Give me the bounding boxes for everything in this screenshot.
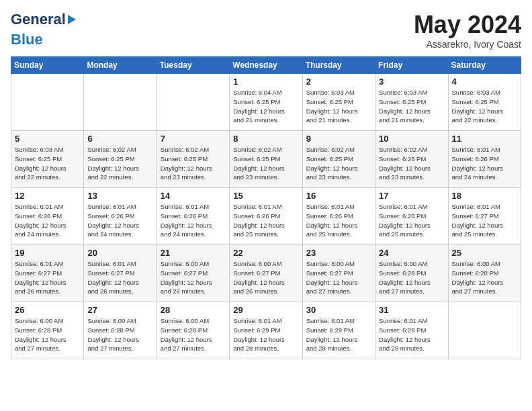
- header-day-tuesday: Tuesday: [157, 57, 229, 74]
- day-info: Sunrise: 6:04 AM Sunset: 6:25 PM Dayligh…: [233, 88, 298, 125]
- logo-general: General: [11, 11, 66, 28]
- calendar-cell: 8Sunrise: 6:02 AM Sunset: 6:25 PM Daylig…: [230, 131, 302, 188]
- title-block: May 2024 Assarekro, Ivory Coast: [414, 11, 521, 50]
- day-info: Sunrise: 6:01 AM Sunset: 6:29 PM Dayligh…: [233, 316, 298, 353]
- day-number: 24: [379, 248, 444, 258]
- day-info: Sunrise: 6:00 AM Sunset: 6:27 PM Dayligh…: [233, 259, 298, 296]
- week-row-4: 19Sunrise: 6:01 AM Sunset: 6:27 PM Dayli…: [11, 245, 521, 302]
- day-info: Sunrise: 6:00 AM Sunset: 6:28 PM Dayligh…: [15, 316, 80, 353]
- week-row-1: 1Sunrise: 6:04 AM Sunset: 6:25 PM Daylig…: [11, 74, 521, 131]
- day-info: Sunrise: 6:01 AM Sunset: 6:26 PM Dayligh…: [161, 202, 226, 239]
- day-number: 16: [306, 191, 371, 201]
- day-number: 10: [379, 134, 444, 144]
- day-info: Sunrise: 6:00 AM Sunset: 6:27 PM Dayligh…: [306, 259, 371, 296]
- header-row: SundayMondayTuesdayWednesdayThursdayFrid…: [11, 57, 521, 74]
- logo-blue: Blue: [11, 31, 43, 48]
- calendar-cell: 3Sunrise: 6:03 AM Sunset: 6:25 PM Daylig…: [375, 74, 448, 131]
- day-info: Sunrise: 6:01 AM Sunset: 6:29 PM Dayligh…: [306, 316, 371, 353]
- day-number: 31: [379, 305, 444, 315]
- day-info: Sunrise: 6:02 AM Sunset: 6:25 PM Dayligh…: [306, 145, 371, 182]
- day-number: 7: [161, 134, 226, 144]
- day-info: Sunrise: 6:00 AM Sunset: 6:28 PM Dayligh…: [452, 259, 517, 296]
- day-number: 4: [452, 77, 517, 87]
- day-number: 8: [233, 134, 298, 144]
- day-info: Sunrise: 6:01 AM Sunset: 6:26 PM Dayligh…: [379, 202, 444, 239]
- day-number: 11: [452, 134, 517, 144]
- calendar-cell: 31Sunrise: 6:01 AM Sunset: 6:29 PM Dayli…: [375, 302, 448, 359]
- day-number: 1: [233, 77, 298, 87]
- day-number: 28: [161, 305, 226, 315]
- calendar-cell: 14Sunrise: 6:01 AM Sunset: 6:26 PM Dayli…: [157, 188, 229, 245]
- calendar-cell: [448, 302, 521, 359]
- day-info: Sunrise: 6:01 AM Sunset: 6:27 PM Dayligh…: [15, 259, 80, 296]
- header-day-friday: Friday: [375, 57, 448, 74]
- day-info: Sunrise: 6:01 AM Sunset: 6:27 PM Dayligh…: [87, 259, 152, 296]
- logo: General Blue: [11, 11, 76, 48]
- day-info: Sunrise: 6:03 AM Sunset: 6:25 PM Dayligh…: [379, 88, 444, 125]
- calendar-title: May 2024: [414, 11, 521, 39]
- day-info: Sunrise: 6:01 AM Sunset: 6:27 PM Dayligh…: [452, 202, 517, 239]
- day-number: 20: [87, 248, 152, 258]
- day-number: 17: [379, 191, 444, 201]
- day-number: 23: [306, 248, 371, 258]
- calendar-table: SundayMondayTuesdayWednesdayThursdayFrid…: [11, 56, 521, 359]
- logo-arrow-icon: [68, 15, 76, 24]
- day-number: 15: [233, 191, 298, 201]
- day-number: 29: [233, 305, 298, 315]
- calendar-cell: 10Sunrise: 6:02 AM Sunset: 6:26 PM Dayli…: [375, 131, 448, 188]
- calendar-cell: 21Sunrise: 6:00 AM Sunset: 6:27 PM Dayli…: [157, 245, 229, 302]
- day-number: 26: [15, 305, 80, 315]
- calendar-cell: 4Sunrise: 6:03 AM Sunset: 6:25 PM Daylig…: [448, 74, 521, 131]
- day-info: Sunrise: 6:02 AM Sunset: 6:25 PM Dayligh…: [87, 145, 152, 182]
- calendar-cell: 27Sunrise: 6:00 AM Sunset: 6:28 PM Dayli…: [84, 302, 157, 359]
- day-info: Sunrise: 6:00 AM Sunset: 6:28 PM Dayligh…: [161, 316, 226, 353]
- day-info: Sunrise: 6:01 AM Sunset: 6:26 PM Dayligh…: [306, 202, 371, 239]
- calendar-cell: 5Sunrise: 6:03 AM Sunset: 6:25 PM Daylig…: [11, 131, 84, 188]
- day-number: 13: [87, 191, 152, 201]
- calendar-cell: 11Sunrise: 6:01 AM Sunset: 6:26 PM Dayli…: [448, 131, 521, 188]
- day-number: 18: [452, 191, 517, 201]
- day-number: 6: [87, 134, 152, 144]
- day-number: 12: [15, 191, 80, 201]
- week-row-5: 26Sunrise: 6:00 AM Sunset: 6:28 PM Dayli…: [11, 302, 521, 359]
- calendar-cell: 22Sunrise: 6:00 AM Sunset: 6:27 PM Dayli…: [230, 245, 302, 302]
- day-info: Sunrise: 6:03 AM Sunset: 6:25 PM Dayligh…: [306, 88, 371, 125]
- day-number: 5: [15, 134, 80, 144]
- calendar-body: 1Sunrise: 6:04 AM Sunset: 6:25 PM Daylig…: [11, 74, 521, 359]
- day-number: 21: [161, 248, 226, 258]
- day-info: Sunrise: 6:01 AM Sunset: 6:29 PM Dayligh…: [379, 316, 444, 353]
- day-info: Sunrise: 6:00 AM Sunset: 6:28 PM Dayligh…: [87, 316, 152, 353]
- calendar-cell: 29Sunrise: 6:01 AM Sunset: 6:29 PM Dayli…: [230, 302, 302, 359]
- day-number: 3: [379, 77, 444, 87]
- header-day-thursday: Thursday: [302, 57, 375, 74]
- week-row-3: 12Sunrise: 6:01 AM Sunset: 6:26 PM Dayli…: [11, 188, 521, 245]
- day-info: Sunrise: 6:01 AM Sunset: 6:26 PM Dayligh…: [15, 202, 80, 239]
- page-header: General Blue May 2024 Assarekro, Ivory C…: [11, 11, 521, 50]
- header-day-sunday: Sunday: [11, 57, 84, 74]
- calendar-cell: 20Sunrise: 6:01 AM Sunset: 6:27 PM Dayli…: [84, 245, 157, 302]
- calendar-cell: 15Sunrise: 6:01 AM Sunset: 6:26 PM Dayli…: [230, 188, 302, 245]
- calendar-cell: 30Sunrise: 6:01 AM Sunset: 6:29 PM Dayli…: [302, 302, 375, 359]
- calendar-cell: 12Sunrise: 6:01 AM Sunset: 6:26 PM Dayli…: [11, 188, 84, 245]
- calendar-cell: 28Sunrise: 6:00 AM Sunset: 6:28 PM Dayli…: [157, 302, 229, 359]
- day-number: 2: [306, 77, 371, 87]
- day-info: Sunrise: 6:01 AM Sunset: 6:26 PM Dayligh…: [233, 202, 298, 239]
- day-info: Sunrise: 6:00 AM Sunset: 6:27 PM Dayligh…: [161, 259, 226, 296]
- calendar-cell: 6Sunrise: 6:02 AM Sunset: 6:25 PM Daylig…: [84, 131, 157, 188]
- calendar-header: SundayMondayTuesdayWednesdayThursdayFrid…: [11, 57, 521, 74]
- day-number: 14: [161, 191, 226, 201]
- day-number: 27: [87, 305, 152, 315]
- calendar-cell: [157, 74, 229, 131]
- calendar-cell: 26Sunrise: 6:00 AM Sunset: 6:28 PM Dayli…: [11, 302, 84, 359]
- calendar-cell: 23Sunrise: 6:00 AM Sunset: 6:27 PM Dayli…: [302, 245, 375, 302]
- day-number: 19: [15, 248, 80, 258]
- calendar-cell: 25Sunrise: 6:00 AM Sunset: 6:28 PM Dayli…: [448, 245, 521, 302]
- calendar-location: Assarekro, Ivory Coast: [414, 39, 521, 50]
- day-info: Sunrise: 6:01 AM Sunset: 6:26 PM Dayligh…: [87, 202, 152, 239]
- day-info: Sunrise: 6:01 AM Sunset: 6:26 PM Dayligh…: [452, 145, 517, 182]
- day-number: 22: [233, 248, 298, 258]
- header-day-monday: Monday: [84, 57, 157, 74]
- calendar-cell: 2Sunrise: 6:03 AM Sunset: 6:25 PM Daylig…: [302, 74, 375, 131]
- day-info: Sunrise: 6:03 AM Sunset: 6:25 PM Dayligh…: [452, 88, 517, 125]
- calendar-cell: 9Sunrise: 6:02 AM Sunset: 6:25 PM Daylig…: [302, 131, 375, 188]
